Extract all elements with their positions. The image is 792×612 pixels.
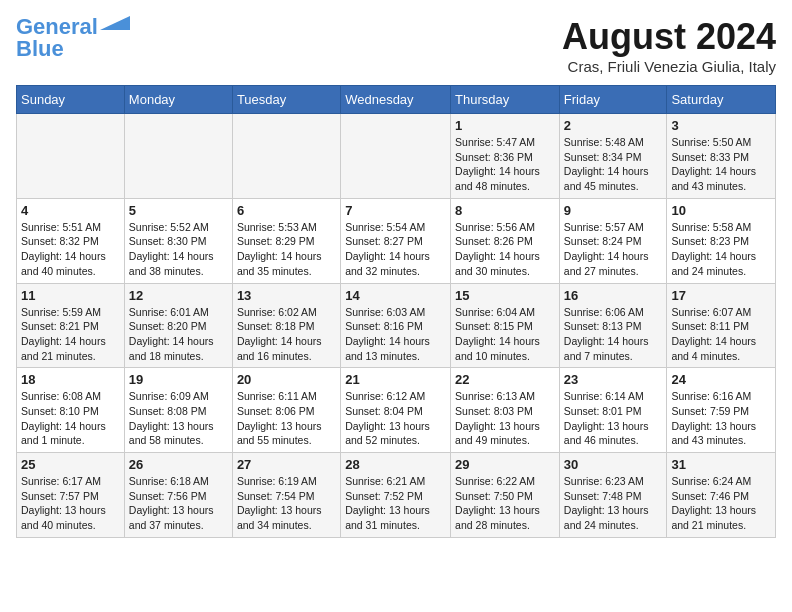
day-info: Sunrise: 5:58 AM Sunset: 8:23 PM Dayligh… [671, 220, 771, 279]
calendar-cell: 2Sunrise: 5:48 AM Sunset: 8:34 PM Daylig… [559, 114, 667, 199]
day-info: Sunrise: 5:50 AM Sunset: 8:33 PM Dayligh… [671, 135, 771, 194]
day-number: 21 [345, 372, 446, 387]
svg-marker-0 [100, 16, 130, 30]
calendar-week-2: 4Sunrise: 5:51 AM Sunset: 8:32 PM Daylig… [17, 198, 776, 283]
day-info: Sunrise: 6:08 AM Sunset: 8:10 PM Dayligh… [21, 389, 120, 448]
day-info: Sunrise: 6:12 AM Sunset: 8:04 PM Dayligh… [345, 389, 446, 448]
day-number: 14 [345, 288, 446, 303]
day-number: 29 [455, 457, 555, 472]
logo-blue: Blue [16, 38, 64, 60]
calendar-cell: 14Sunrise: 6:03 AM Sunset: 8:16 PM Dayli… [341, 283, 451, 368]
calendar-cell: 20Sunrise: 6:11 AM Sunset: 8:06 PM Dayli… [232, 368, 340, 453]
calendar-cell: 5Sunrise: 5:52 AM Sunset: 8:30 PM Daylig… [124, 198, 232, 283]
calendar-week-5: 25Sunrise: 6:17 AM Sunset: 7:57 PM Dayli… [17, 453, 776, 538]
day-info: Sunrise: 5:51 AM Sunset: 8:32 PM Dayligh… [21, 220, 120, 279]
day-number: 20 [237, 372, 336, 387]
calendar-cell: 28Sunrise: 6:21 AM Sunset: 7:52 PM Dayli… [341, 453, 451, 538]
day-number: 12 [129, 288, 228, 303]
day-header-sunday: Sunday [17, 86, 125, 114]
day-info: Sunrise: 5:48 AM Sunset: 8:34 PM Dayligh… [564, 135, 663, 194]
day-number: 7 [345, 203, 446, 218]
day-info: Sunrise: 6:11 AM Sunset: 8:06 PM Dayligh… [237, 389, 336, 448]
day-number: 10 [671, 203, 771, 218]
day-info: Sunrise: 6:21 AM Sunset: 7:52 PM Dayligh… [345, 474, 446, 533]
day-number: 24 [671, 372, 771, 387]
calendar-cell: 13Sunrise: 6:02 AM Sunset: 8:18 PM Dayli… [232, 283, 340, 368]
day-info: Sunrise: 6:07 AM Sunset: 8:11 PM Dayligh… [671, 305, 771, 364]
calendar-cell: 27Sunrise: 6:19 AM Sunset: 7:54 PM Dayli… [232, 453, 340, 538]
day-header-thursday: Thursday [451, 86, 560, 114]
day-header-saturday: Saturday [667, 86, 776, 114]
day-info: Sunrise: 5:47 AM Sunset: 8:36 PM Dayligh… [455, 135, 555, 194]
calendar-cell: 23Sunrise: 6:14 AM Sunset: 8:01 PM Dayli… [559, 368, 667, 453]
calendar-week-4: 18Sunrise: 6:08 AM Sunset: 8:10 PM Dayli… [17, 368, 776, 453]
day-number: 3 [671, 118, 771, 133]
logo-text: General [16, 16, 98, 38]
logo-wing-icon [100, 16, 130, 30]
calendar-cell: 10Sunrise: 5:58 AM Sunset: 8:23 PM Dayli… [667, 198, 776, 283]
day-number: 17 [671, 288, 771, 303]
day-header-friday: Friday [559, 86, 667, 114]
header: General Blue August 2024 Cras, Friuli Ve… [16, 16, 776, 75]
day-header-tuesday: Tuesday [232, 86, 340, 114]
day-number: 8 [455, 203, 555, 218]
month-title: August 2024 [562, 16, 776, 58]
calendar-body: 1Sunrise: 5:47 AM Sunset: 8:36 PM Daylig… [17, 114, 776, 538]
day-info: Sunrise: 6:23 AM Sunset: 7:48 PM Dayligh… [564, 474, 663, 533]
days-header-row: SundayMondayTuesdayWednesdayThursdayFrid… [17, 86, 776, 114]
day-info: Sunrise: 5:54 AM Sunset: 8:27 PM Dayligh… [345, 220, 446, 279]
day-info: Sunrise: 6:13 AM Sunset: 8:03 PM Dayligh… [455, 389, 555, 448]
calendar-cell: 18Sunrise: 6:08 AM Sunset: 8:10 PM Dayli… [17, 368, 125, 453]
calendar-week-1: 1Sunrise: 5:47 AM Sunset: 8:36 PM Daylig… [17, 114, 776, 199]
day-number: 5 [129, 203, 228, 218]
day-number: 31 [671, 457, 771, 472]
calendar-cell: 11Sunrise: 5:59 AM Sunset: 8:21 PM Dayli… [17, 283, 125, 368]
calendar-cell: 25Sunrise: 6:17 AM Sunset: 7:57 PM Dayli… [17, 453, 125, 538]
day-info: Sunrise: 6:01 AM Sunset: 8:20 PM Dayligh… [129, 305, 228, 364]
title-area: August 2024 Cras, Friuli Venezia Giulia,… [562, 16, 776, 75]
day-number: 4 [21, 203, 120, 218]
calendar-table: SundayMondayTuesdayWednesdayThursdayFrid… [16, 85, 776, 538]
calendar-cell [124, 114, 232, 199]
day-number: 16 [564, 288, 663, 303]
day-header-wednesday: Wednesday [341, 86, 451, 114]
calendar-cell: 15Sunrise: 6:04 AM Sunset: 8:15 PM Dayli… [451, 283, 560, 368]
day-info: Sunrise: 6:17 AM Sunset: 7:57 PM Dayligh… [21, 474, 120, 533]
day-number: 22 [455, 372, 555, 387]
calendar-cell: 21Sunrise: 6:12 AM Sunset: 8:04 PM Dayli… [341, 368, 451, 453]
day-number: 27 [237, 457, 336, 472]
day-number: 28 [345, 457, 446, 472]
calendar-cell: 6Sunrise: 5:53 AM Sunset: 8:29 PM Daylig… [232, 198, 340, 283]
day-number: 1 [455, 118, 555, 133]
calendar-cell: 12Sunrise: 6:01 AM Sunset: 8:20 PM Dayli… [124, 283, 232, 368]
calendar-cell: 22Sunrise: 6:13 AM Sunset: 8:03 PM Dayli… [451, 368, 560, 453]
day-info: Sunrise: 6:09 AM Sunset: 8:08 PM Dayligh… [129, 389, 228, 448]
calendar-cell: 9Sunrise: 5:57 AM Sunset: 8:24 PM Daylig… [559, 198, 667, 283]
day-info: Sunrise: 5:53 AM Sunset: 8:29 PM Dayligh… [237, 220, 336, 279]
calendar-cell: 29Sunrise: 6:22 AM Sunset: 7:50 PM Dayli… [451, 453, 560, 538]
day-info: Sunrise: 5:56 AM Sunset: 8:26 PM Dayligh… [455, 220, 555, 279]
calendar-cell [341, 114, 451, 199]
day-info: Sunrise: 5:59 AM Sunset: 8:21 PM Dayligh… [21, 305, 120, 364]
calendar-cell: 24Sunrise: 6:16 AM Sunset: 7:59 PM Dayli… [667, 368, 776, 453]
calendar-cell: 19Sunrise: 6:09 AM Sunset: 8:08 PM Dayli… [124, 368, 232, 453]
day-number: 23 [564, 372, 663, 387]
day-info: Sunrise: 6:16 AM Sunset: 7:59 PM Dayligh… [671, 389, 771, 448]
day-number: 13 [237, 288, 336, 303]
calendar-cell [232, 114, 340, 199]
calendar-cell: 8Sunrise: 5:56 AM Sunset: 8:26 PM Daylig… [451, 198, 560, 283]
day-number: 11 [21, 288, 120, 303]
day-info: Sunrise: 5:57 AM Sunset: 8:24 PM Dayligh… [564, 220, 663, 279]
day-info: Sunrise: 6:04 AM Sunset: 8:15 PM Dayligh… [455, 305, 555, 364]
day-number: 30 [564, 457, 663, 472]
calendar-cell: 16Sunrise: 6:06 AM Sunset: 8:13 PM Dayli… [559, 283, 667, 368]
day-info: Sunrise: 6:06 AM Sunset: 8:13 PM Dayligh… [564, 305, 663, 364]
calendar-cell: 3Sunrise: 5:50 AM Sunset: 8:33 PM Daylig… [667, 114, 776, 199]
calendar-cell: 31Sunrise: 6:24 AM Sunset: 7:46 PM Dayli… [667, 453, 776, 538]
day-number: 2 [564, 118, 663, 133]
location: Cras, Friuli Venezia Giulia, Italy [562, 58, 776, 75]
calendar-cell: 4Sunrise: 5:51 AM Sunset: 8:32 PM Daylig… [17, 198, 125, 283]
day-info: Sunrise: 6:18 AM Sunset: 7:56 PM Dayligh… [129, 474, 228, 533]
calendar-week-3: 11Sunrise: 5:59 AM Sunset: 8:21 PM Dayli… [17, 283, 776, 368]
calendar-cell: 30Sunrise: 6:23 AM Sunset: 7:48 PM Dayli… [559, 453, 667, 538]
